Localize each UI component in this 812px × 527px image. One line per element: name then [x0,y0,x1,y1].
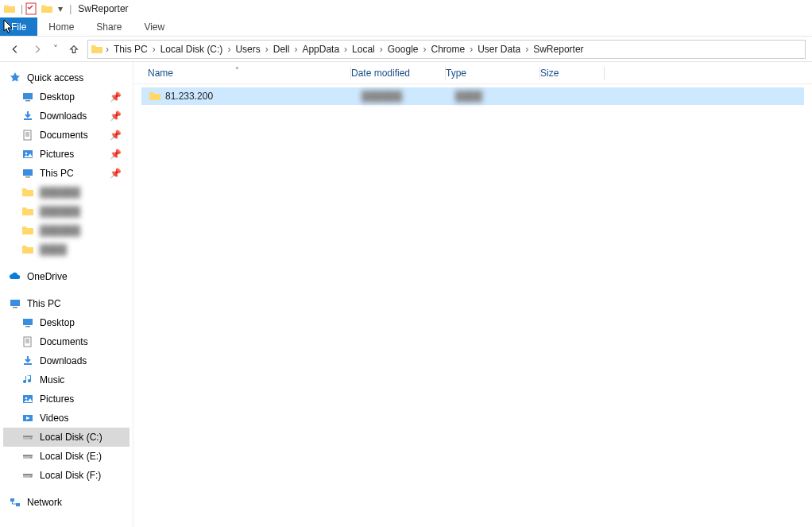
breadcrumb-segment[interactable]: Local Disk (C:) [157,44,226,55]
chevron-right-icon[interactable]: › [151,44,157,55]
folder-icon [21,205,35,218]
sidebar-item[interactable]: ████ [3,240,130,259]
up-button[interactable] [65,41,83,58]
file-type: ████ [455,91,549,102]
svg-rect-0 [26,3,36,14]
column-type[interactable]: Type [446,68,539,79]
sidebar-item-label: Documents [40,130,88,141]
breadcrumb-segment[interactable]: Google [385,44,422,55]
sidebar-item-label: Desktop [40,91,75,103]
sidebar-item[interactable]: Local Disk (E:) [3,447,130,466]
main-area: Quick access Desktop📌Downloads📌Documents… [0,62,812,527]
separator: | [69,3,72,14]
column-divider[interactable] [604,67,605,79]
cloud-icon [8,270,22,283]
breadcrumb-segment[interactable]: Dell [270,44,293,55]
column-date[interactable]: Date modified [351,68,445,79]
svg-rect-3 [24,118,32,120]
back-button[interactable] [6,41,24,58]
view-menu[interactable]: View [133,17,176,36]
chevron-right-icon[interactable]: › [378,44,385,55]
folder-icon [148,90,162,103]
chevron-right-icon[interactable]: › [264,44,270,55]
file-list[interactable]: 81.233.200██████████ [133,84,812,108]
sidebar-item[interactable]: ██████ [3,183,130,202]
column-name[interactable]: Name˄ [148,68,350,79]
sidebar-item-label: Downloads [40,110,87,122]
breadcrumb-segment[interactable]: Users [232,44,263,55]
sidebar-item[interactable]: Videos [3,409,130,428]
svg-rect-12 [25,326,30,327]
sidebar-item[interactable]: Downloads [3,351,130,370]
share-menu[interactable]: Share [85,17,133,36]
drive-icon [21,450,35,463]
pin-icon: 📌 [110,110,122,122]
music-icon [21,374,35,386]
sidebar-item-label: Desktop [40,317,75,328]
folder-icon [21,186,35,199]
svg-rect-14 [24,363,32,365]
chevron-right-icon[interactable]: › [468,44,474,55]
breadcrumb-segment[interactable]: This PC [110,44,151,55]
download-icon [21,110,35,122]
sidebar-item[interactable]: Local Disk (C:) [3,428,130,447]
onedrive-label: OneDrive [27,271,68,282]
this-pc[interactable]: This PC [3,294,130,313]
sidebar-item[interactable]: Downloads📌 [3,107,130,126]
quick-access[interactable]: Quick access [3,68,130,87]
file-menu[interactable]: File [0,17,37,36]
svg-rect-13 [24,337,31,347]
sidebar-item[interactable]: Music [3,370,130,389]
breadcrumb-segment[interactable]: AppData [299,44,342,55]
sidebar-item[interactable]: Pictures📌 [3,145,130,164]
navigation-bar: ˅ › This PC›Local Disk (C:)›Users›Dell›A… [0,37,812,62]
chevron-right-icon[interactable]: › [342,44,349,55]
breadcrumb-segment[interactable]: Local [349,44,378,55]
sidebar-item-label: Documents [40,336,88,347]
pin-icon: 📌 [110,168,122,179]
pin-icon: 📌 [110,130,122,141]
sidebar-item-label: Local Disk (F:) [40,470,101,481]
recent-dropdown-icon[interactable]: ˅ [51,41,60,58]
folder-icon [3,2,16,15]
home-menu[interactable]: Home [37,17,85,36]
folder-icon [41,2,53,15]
svg-rect-2 [25,100,30,102]
sidebar-item-label: Videos [40,413,68,424]
properties-icon[interactable] [25,2,37,15]
network[interactable]: Network [3,493,130,512]
breadcrumb-segment[interactable]: User Data [474,44,524,55]
chevron-right-icon[interactable]: › [524,44,530,55]
sidebar-item[interactable]: Desktop [3,313,130,332]
desktop-icon [21,91,35,103]
dropdown-icon[interactable]: ▾ [56,2,64,15]
address-bar[interactable]: › This PC›Local Disk (C:)›Users›Dell›App… [87,40,806,59]
sidebar-item[interactable]: Desktop📌 [3,87,130,107]
sidebar-item[interactable]: Pictures [3,389,130,409]
svg-point-6 [25,153,28,155]
network-label: Network [27,497,62,508]
sidebar-item[interactable]: Local Disk (F:) [3,466,130,485]
pc-icon [8,297,22,310]
sidebar-item[interactable]: ██████ [3,202,130,221]
sidebar-item[interactable]: Documents [3,332,130,351]
list-item[interactable]: 81.233.200██████████ [141,87,804,105]
videos-icon [21,412,35,424]
sidebar-item-label: Downloads [40,355,87,366]
sidebar-item[interactable]: ██████ [3,221,130,240]
pin-icon: 📌 [110,91,122,103]
chevron-right-icon[interactable]: › [104,44,110,55]
onedrive[interactable]: OneDrive [3,267,130,286]
svg-rect-27 [10,498,14,502]
sidebar-item-label: Local Disk (C:) [40,432,102,443]
sidebar-item[interactable]: Documents📌 [3,126,130,145]
svg-rect-4 [24,130,31,140]
breadcrumb-segment[interactable]: Chrome [427,44,468,55]
star-icon [8,72,22,84]
column-size[interactable]: Size [540,68,604,79]
sidebar-item[interactable]: This PC📌 [3,164,130,183]
breadcrumb-segment[interactable]: SwReporter [530,44,586,55]
drive-icon [21,431,35,444]
sidebar-item-label: Music [40,374,64,386]
forward-button[interactable] [29,41,46,58]
